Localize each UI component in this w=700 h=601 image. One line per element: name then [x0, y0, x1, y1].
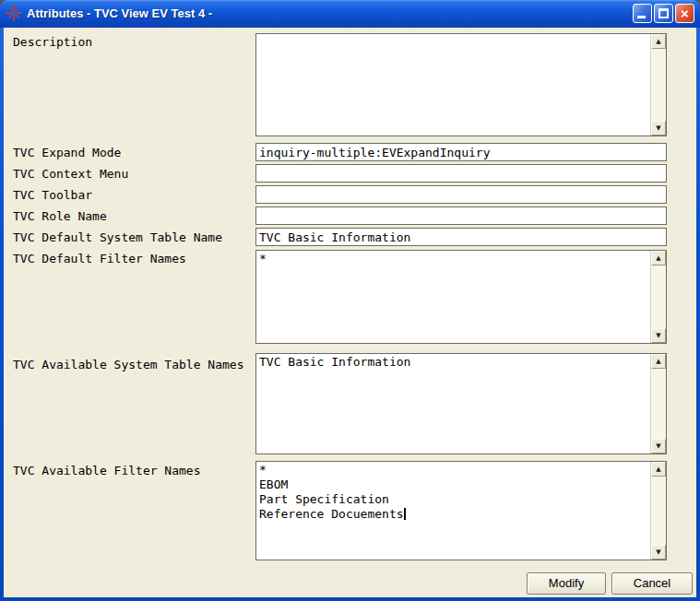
modify-button[interactable]: Modify — [527, 572, 606, 595]
description-label: Description — [13, 35, 92, 49]
description-textarea[interactable]: ▲ ▼ — [255, 33, 667, 136]
available-filter-names-scrollbar[interactable]: ▲ ▼ — [650, 462, 666, 560]
available-system-tables-text: TVC Basic Information — [256, 354, 649, 454]
close-icon: × — [676, 5, 694, 22]
titlebar[interactable]: Attributes - TVC View EV Test 4 - × — [0, 0, 700, 28]
default-filter-names-text: * — [256, 251, 649, 343]
toolbar-input[interactable] — [255, 185, 667, 204]
scroll-track[interactable] — [651, 49, 666, 121]
default-filter-names-textarea[interactable]: * ▲ ▼ — [255, 250, 667, 344]
scroll-down-icon[interactable]: ▼ — [651, 121, 666, 136]
close-button[interactable]: × — [675, 4, 694, 23]
scroll-up-icon[interactable]: ▲ — [651, 462, 666, 477]
maximize-button[interactable] — [654, 4, 673, 23]
default-filter-names-scrollbar[interactable]: ▲ ▼ — [650, 251, 666, 343]
context-menu-input[interactable] — [255, 164, 667, 183]
available-system-tables-scrollbar[interactable]: ▲ ▼ — [650, 354, 666, 454]
available-system-tables-textarea[interactable]: TVC Basic Information ▲ ▼ — [255, 353, 667, 454]
window-controls: × — [633, 4, 694, 23]
description-scrollbar[interactable]: ▲ ▼ — [650, 34, 666, 136]
window-title: Attributes - TVC View EV Test 4 - — [27, 6, 633, 20]
context-menu-label: TVC Context Menu — [13, 167, 128, 181]
available-filter-names-text: * EBOM Part Specification Reference Docu… — [256, 462, 649, 560]
text-caret — [404, 508, 406, 520]
scroll-up-icon[interactable]: ▲ — [651, 251, 666, 265]
dialog-window: Attributes - TVC View EV Test 4 - × Desc… — [0, 0, 700, 601]
toolbar-label: TVC Toolbar — [13, 188, 92, 202]
expand-mode-input[interactable]: inquiry-multiple:EVExpandInquiry — [255, 143, 667, 161]
dialog-body: Description TVC Expand Mode TVC Context … — [4, 28, 696, 597]
role-name-label: TVC Role Name — [13, 209, 107, 223]
role-name-input[interactable] — [255, 206, 667, 225]
available-system-tables-label: TVC Available System Table Names — [13, 358, 243, 371]
app-icon — [6, 5, 22, 21]
minimize-button[interactable] — [633, 4, 652, 23]
scroll-up-icon[interactable]: ▲ — [651, 34, 666, 49]
scroll-down-icon[interactable]: ▼ — [651, 328, 666, 343]
scroll-track[interactable] — [651, 265, 666, 328]
minimize-icon — [637, 16, 646, 18]
expand-mode-label: TVC Expand Mode — [13, 146, 121, 159]
available-filter-names-label: TVC Available Filter Names — [13, 464, 201, 477]
default-system-table-label: TVC Default System Table Name — [13, 230, 222, 244]
scroll-up-icon[interactable]: ▲ — [651, 354, 666, 369]
scroll-track[interactable] — [651, 477, 666, 545]
scroll-down-icon[interactable]: ▼ — [651, 439, 666, 454]
maximize-icon — [658, 8, 669, 18]
default-filter-names-label: TVC Default Filter Names — [13, 252, 186, 265]
cancel-button[interactable]: Cancel — [611, 572, 693, 595]
scroll-down-icon[interactable]: ▼ — [651, 545, 666, 560]
available-filter-names-textarea[interactable]: * EBOM Part Specification Reference Docu… — [255, 461, 667, 560]
default-system-table-input[interactable]: TVC Basic Information — [255, 228, 667, 246]
scroll-track[interactable] — [651, 369, 666, 439]
description-text — [256, 34, 649, 136]
